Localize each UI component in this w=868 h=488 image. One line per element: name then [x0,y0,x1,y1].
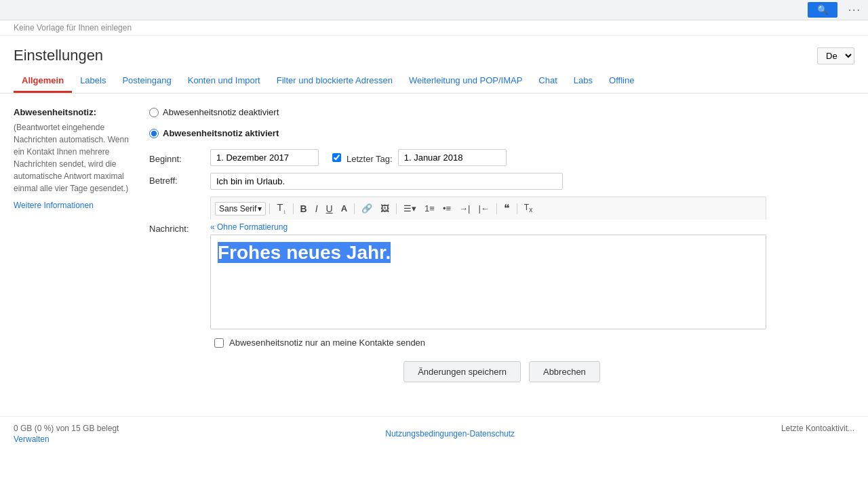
subject-row: Betreff: [149,173,854,190]
last-day-checkbox[interactable] [332,153,341,162]
starts-label: Beginnt: [149,151,210,164]
date-row: Beginnt: Letzter Tag: [149,149,854,166]
cancel-button[interactable]: Abbrechen [529,361,600,382]
radio-option-off[interactable]: Abwesenheitsnotiz deaktiviert [149,107,279,117]
radio-row-on: Abwesenheitsnotiz aktiviert [149,128,854,142]
tab-offline[interactable]: Offline [601,70,642,93]
footer: 0 GB (0 %) von 15 GB belegt Verwalten Nu… [0,416,868,451]
contacts-only-label: Abwesenheitsnotiz nur an meine Kontakte … [229,338,425,348]
contacts-only-checkbox[interactable] [214,338,224,348]
tab-labs[interactable]: Labs [566,70,601,93]
radio-off[interactable] [149,108,159,117]
sidebar-title: Abwesenheitsnotiz: [14,107,136,117]
terms-link[interactable]: Nutzungsbedingungen [385,429,467,439]
footer-right: Letzte Kontoaktivit... [781,424,854,444]
more-options-icon[interactable]: ··· [848,4,861,16]
last-day-label: Letzter Tag: [347,151,393,164]
font-name: Sans Serif [219,204,256,214]
text-color-btn[interactable]: A [338,202,351,215]
radio-on[interactable] [149,129,159,138]
font-size-btn[interactable]: T↕ [273,200,289,217]
tab-posteingang[interactable]: Posteingang [114,70,179,93]
underline-btn[interactable]: U [323,202,336,216]
sidebar-description: (Beantwortet eingehende Nachrichten auto… [14,121,136,195]
contacts-only-row: Abwesenheitsnotiz nur an meine Kontakte … [214,338,854,348]
save-button[interactable]: Änderungen speichern [403,361,521,382]
tab-allgemein[interactable]: Allgemein [14,70,72,93]
message-label: Nachricht: [149,197,210,234]
content-area: Abwesenheitsnotiz: (Beantwortet eingehen… [0,94,868,409]
sep5 [496,203,497,214]
bold-btn[interactable]: B [297,202,311,216]
tab-weiterleitung[interactable]: Weiterleitung und POP/IMAP [401,70,530,93]
language-select[interactable]: De En [817,47,854,64]
top-bar: 🔍 ··· [0,0,868,20]
starts-input[interactable] [210,149,319,166]
footer-left: 0 GB (0 %) von 15 GB belegt Verwalten [14,424,119,444]
ul-btn[interactable]: •≡ [439,202,454,215]
radio-option-on[interactable]: Abwesenheitsnotiz aktiviert [149,128,279,138]
hidden-row: Keine Vorlage für Ihnen einlegen [0,20,868,36]
radio-off-label: Abwesenheitsnotiz deaktiviert [163,107,279,117]
indent-btn[interactable]: →| [456,202,473,215]
message-textarea[interactable]: Frohes neues Jahr. [210,235,766,329]
message-editor: Sans Serif ▾ T↕ B I U A 🔗 🖼 ☰▾ 1≡ [210,197,766,329]
hidden-text: Keine Vorlage für Ihnen einlegen [14,23,132,33]
outdent-btn[interactable]: |← [475,202,492,215]
last-day-input[interactable] [398,149,507,166]
sep2 [293,203,294,214]
radio-on-label: Abwesenheitsnotiz aktiviert [163,128,279,138]
sep1 [269,203,270,214]
ol-btn[interactable]: 1≡ [421,202,438,215]
sep4 [396,203,397,214]
storage-text: 0 GB (0 %) von 15 GB belegt [14,424,119,433]
footer-center: Nutzungsbedingungen - Datenschutz [385,424,515,444]
quote-btn[interactable]: ❝ [500,201,513,216]
toolbar: Sans Serif ▾ T↕ B I U A 🔗 🖼 ☰▾ 1≡ [210,197,766,220]
subject-label: Betreff: [149,173,210,186]
tab-konten-import[interactable]: Konten und Import [180,70,269,93]
privacy-link[interactable]: Datenschutz [469,429,515,439]
nav-tabs: Allgemein Labels Posteingang Konten und … [0,64,868,94]
align-btn[interactable]: ☰▾ [400,202,420,215]
italic-btn[interactable]: I [312,202,321,216]
tab-filter[interactable]: Filter und blockierte Adressen [269,70,401,93]
message-row: Nachricht: Sans Serif ▾ T↕ B I U A � [149,197,854,329]
sep3 [354,203,355,214]
page-title: Einstellungen [14,47,103,64]
subject-input[interactable] [210,173,563,190]
tab-chat[interactable]: Chat [530,70,565,93]
sidebar: Abwesenheitsnotiz: (Beantwortet eingehen… [14,100,149,396]
link-btn[interactable]: 🔗 [358,202,376,215]
image-btn[interactable]: 🖼 [377,202,393,215]
page-header: Einstellungen De En [0,36,868,64]
last-activity-text: Letzte Kontoaktivit... [781,424,854,433]
ohne-formatierung-link[interactable]: « Ohne Formatierung [210,222,766,232]
tab-labels[interactable]: Labels [72,70,114,93]
last-day-row: Letzter Tag: [332,149,507,166]
font-selector[interactable]: Sans Serif ▾ [215,202,266,216]
sep6 [517,203,517,214]
font-dropdown-icon: ▾ [258,204,262,214]
manage-link[interactable]: Verwalten [14,434,119,444]
radio-row-off: Abwesenheitsnotiz deaktiviert [149,107,854,121]
form-buttons: Änderungen speichern Abbrechen [149,361,854,382]
message-text: Frohes neues Jahr. [218,242,391,263]
search-button[interactable]: 🔍 [808,2,837,18]
main-form: Abwesenheitsnotiz deaktiviert Abwesenhei… [149,100,854,396]
clear-format-btn[interactable]: Tx [521,201,536,216]
sidebar-more-info-link[interactable]: Weitere Informationen [14,201,94,210]
